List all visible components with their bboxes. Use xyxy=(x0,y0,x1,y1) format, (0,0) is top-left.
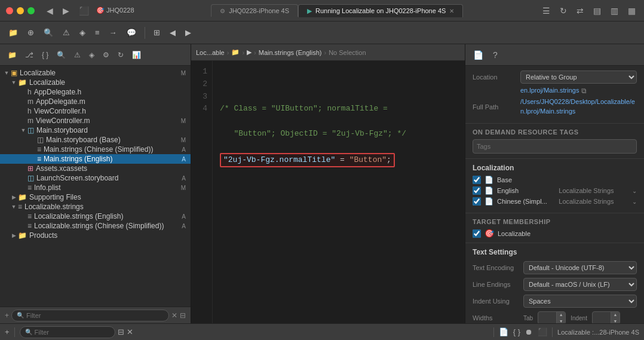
sidebar-symbol-icon[interactable]: { } xyxy=(39,50,51,60)
sidebar-report-icon[interactable]: 📊 xyxy=(129,50,144,60)
indent-increment-btn[interactable]: ▲ xyxy=(611,311,620,318)
loc-checkbox-english[interactable] xyxy=(473,186,481,195)
indent-stepper[interactable]: 4 ▲ ▼ xyxy=(592,311,620,323)
refresh-icon[interactable]: ↻ xyxy=(557,5,569,17)
bottom-search-input[interactable] xyxy=(35,329,110,336)
indent-stepper-arrows[interactable]: ▲ ▼ xyxy=(611,311,620,323)
prev-btn[interactable]: ◀ xyxy=(166,26,179,39)
add-target-btn[interactable]: ⊕ xyxy=(24,26,38,39)
comment-btn[interactable]: 💬 xyxy=(123,26,140,39)
bottom-file-icon[interactable]: 📄 xyxy=(499,327,508,336)
sidebar-item-viewcontroller-h[interactable]: h ViewController.h xyxy=(0,106,191,116)
panel-bottom-icon[interactable]: ▥ xyxy=(608,5,621,17)
loc-checkbox-chinese[interactable] xyxy=(473,197,481,206)
tab-stepper-arrows[interactable]: ▲ ▼ xyxy=(556,311,565,323)
indent-using-select[interactable]: Spaces xyxy=(523,295,637,308)
arrow-btn[interactable]: → xyxy=(106,26,121,39)
sidebar-item-appdelegate-m[interactable]: m AppDelegate.m xyxy=(0,97,191,106)
sidebar-filter-icon[interactable]: ⊟ xyxy=(180,311,186,320)
breadcrumb-loc[interactable]: Loc...able xyxy=(196,49,225,56)
layout-icon[interactable]: ⇄ xyxy=(574,5,586,17)
expand-arrow-supporting[interactable]: ▶ xyxy=(10,194,18,200)
indent-value-input[interactable]: 4 xyxy=(593,314,611,321)
file-btn[interactable]: 📁 xyxy=(5,26,22,39)
panel-left-icon[interactable]: ▤ xyxy=(591,5,603,17)
expand-arrow-loc-strings[interactable]: ▼ xyxy=(10,204,18,210)
line-endings-select[interactable]: Default - macOS / Unix (LF) xyxy=(523,278,637,291)
tab-increment-btn[interactable]: ▲ xyxy=(557,311,565,318)
grid-btn[interactable]: ⊞ xyxy=(150,26,164,39)
bottom-block-icon[interactable]: ⬛ xyxy=(538,327,547,336)
breadcrumb-triangle[interactable]: ▶ xyxy=(247,48,252,56)
bottom-search-box[interactable]: 🔍 xyxy=(20,326,115,338)
close-button[interactable] xyxy=(6,7,13,14)
sidebar-item-appdelegate-h[interactable]: h AppDelegate.h xyxy=(0,87,191,97)
sidebar-item-main-strings-english[interactable]: ≡ Main.strings (English) A xyxy=(0,154,191,164)
nav-play-icon[interactable]: ▶ xyxy=(60,5,72,17)
expand-arrow-storyboard[interactable]: ▼ xyxy=(19,127,27,133)
sidebar-source-icon[interactable]: ↻ xyxy=(115,50,127,60)
sidebar-item-launchscreen[interactable]: ◫ LaunchScreen.storyboard A xyxy=(0,173,191,183)
sidebar-item-main-storyboard-base[interactable]: ◫ Main.storyboard (Base) M xyxy=(0,135,191,145)
sidebar-item-localizable-folder[interactable]: ▼ 📁 Localizable xyxy=(0,78,191,87)
inspector-icon[interactable]: ☰ xyxy=(540,5,553,17)
maximize-button[interactable] xyxy=(27,7,35,14)
sidebar-item-info-plist[interactable]: ≡ Info.plist M xyxy=(0,183,191,192)
tags-input[interactable] xyxy=(473,139,637,154)
tab-jhq[interactable]: ⚙ JHQ0228-iPhone 4S xyxy=(211,4,298,17)
bottom-close-icon[interactable]: ✕ xyxy=(127,327,133,336)
bottom-filter-icon[interactable]: ⊟ xyxy=(118,327,124,336)
sidebar-item-localizable-root[interactable]: ▼ ▣ Localizable M xyxy=(0,68,191,78)
panel-right-icon[interactable]: ▦ xyxy=(625,5,638,17)
sidebar-item-localizable-strings[interactable]: ▼ ≡ Localizable.strings xyxy=(0,202,191,212)
sidebar-test-icon[interactable]: ◈ xyxy=(86,50,97,60)
sidebar-git-icon[interactable]: ⎇ xyxy=(22,50,36,60)
sidebar-item-viewcontroller-m[interactable]: m ViewController.m M xyxy=(0,116,191,125)
tab-stepper[interactable]: 4 ▲ ▼ xyxy=(538,311,566,323)
sidebar-search-box[interactable]: 🔍 xyxy=(11,310,169,321)
text-encoding-select[interactable]: Default - Unicode (UTF-8) xyxy=(523,261,637,274)
search-btn[interactable]: 🔍 xyxy=(40,26,57,39)
nav-stop-icon[interactable]: ⬛ xyxy=(76,5,91,17)
tab-value-input[interactable]: 4 xyxy=(538,314,556,321)
sidebar-item-loc-strings-chinese[interactable]: ≡ Localizable.strings (Chinese (Simplifi… xyxy=(0,221,191,231)
sidebar-close-icon[interactable]: ✕ xyxy=(171,311,177,320)
sidebar-folder-icon[interactable]: 📁 xyxy=(5,50,20,60)
tab-running[interactable]: ▶ Running Localizable on JHQ0228-iPhone … xyxy=(298,4,463,17)
indent-decrement-btn[interactable]: ▼ xyxy=(611,318,620,323)
help-icon[interactable]: ? xyxy=(490,49,501,61)
sidebar-item-supporting-files[interactable]: ▶ 📁 Supporting Files xyxy=(0,192,191,202)
location-select[interactable]: Relative to Group xyxy=(520,71,637,84)
sidebar-item-main-strings-chinese[interactable]: ≡ Main.strings (Chinese (Simplified)) A xyxy=(0,145,191,154)
next-btn[interactable]: ▶ xyxy=(182,26,195,39)
sidebar-item-assets[interactable]: ⊞ Assets.xcassets xyxy=(0,164,191,173)
copy-path-icon[interactable]: ⧉ xyxy=(581,87,587,95)
sidebar-item-products[interactable]: ▶ 📁 Products xyxy=(0,231,191,240)
bottom-code-icon[interactable]: { } xyxy=(513,327,520,336)
sidebar-warning-icon[interactable]: ⚠ xyxy=(71,50,84,60)
sidebar-search-input[interactable] xyxy=(26,312,164,319)
sidebar-item-loc-strings-english[interactable]: ≡ Localizable.strings (English) A xyxy=(0,212,191,221)
minimize-button[interactable] xyxy=(17,7,24,14)
bottom-record-icon[interactable]: ⏺ xyxy=(525,327,533,336)
expand-arrow-products[interactable]: ▶ xyxy=(10,232,18,238)
bottom-add-icon[interactable]: + xyxy=(5,327,10,336)
nav-back-icon[interactable]: ◀ xyxy=(44,5,56,17)
breadcrumb-file[interactable]: Main.strings (English) xyxy=(259,49,322,56)
sidebar-debug-icon[interactable]: ⚙ xyxy=(100,50,112,60)
sidebar-item-main-storyboard[interactable]: ▼ ◫ Main.storyboard xyxy=(0,125,191,135)
loc-checkbox-base[interactable] xyxy=(473,176,481,184)
warning-btn[interactable]: ⚠ xyxy=(59,26,73,39)
badge-btn[interactable]: ◈ xyxy=(76,26,89,39)
tab-decrement-btn[interactable]: ▼ xyxy=(557,318,565,323)
sidebar-add-icon[interactable]: + xyxy=(5,311,9,320)
expand-arrow-localizable-folder[interactable]: ▼ xyxy=(10,79,18,85)
code-content[interactable]: /* Class = "UIButton"; normalTitle = "Bu… xyxy=(213,61,465,323)
list-btn[interactable]: ≡ xyxy=(91,26,103,39)
target-checkbox-localizable[interactable] xyxy=(473,229,481,238)
tab-close-icon[interactable]: ✕ xyxy=(449,8,454,14)
file-inspector-icon[interactable]: 📄 xyxy=(470,49,486,61)
sidebar-find-icon[interactable]: 🔍 xyxy=(54,50,69,60)
expand-arrow-localizable-root[interactable]: ▼ xyxy=(2,70,11,76)
breadcrumb-folder[interactable]: 📁 xyxy=(231,48,240,56)
